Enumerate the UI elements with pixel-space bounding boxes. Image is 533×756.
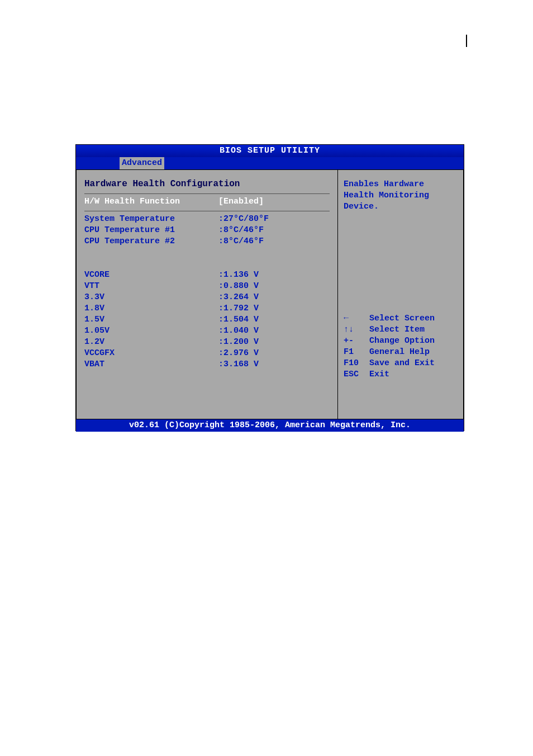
readout-label: VTT <box>84 281 218 292</box>
1v2-row: 1.2V :1.200 V <box>84 337 330 348</box>
divider <box>84 193 330 194</box>
readout-value: :8°C/46°F <box>218 236 330 247</box>
updown-arrow-icon: ↑↓ <box>344 324 369 336</box>
f10-key: F10 <box>344 358 369 369</box>
vcore-row: VCORE :1.136 V <box>84 270 330 281</box>
readout-value: :3.264 V <box>218 292 330 303</box>
nav-select-item: ↑↓ Select Item <box>344 324 458 336</box>
1v05-row: 1.05V :1.040 V <box>84 325 330 337</box>
vccgfx-row: VCCGFX :2.976 V <box>84 348 330 359</box>
text-cursor <box>466 35 467 47</box>
nav-action: Select Screen <box>369 313 435 324</box>
readout-value: :0.880 V <box>218 281 330 292</box>
readout-value: :1.136 V <box>218 270 330 281</box>
readout-label: CPU Temperature #1 <box>84 225 218 236</box>
help-line: Health Monitoring <box>344 190 458 201</box>
divider <box>84 211 330 211</box>
vtt-row: VTT :0.880 V <box>84 281 330 292</box>
setting-label: H/W Health Function <box>84 196 218 207</box>
nav-action: Select Item <box>369 324 425 336</box>
nav-action: Change Option <box>369 336 435 347</box>
1v5-row: 1.5V :1.504 V <box>84 314 330 325</box>
bios-setup-window: BIOS SETUP UTILITY Advanced Hardware Hea… <box>75 144 464 431</box>
readout-value: :27°C/80°F <box>218 214 330 225</box>
cpu-temperature-1-row: CPU Temperature #1 :8°C/46°F <box>84 225 330 236</box>
content-area: Hardware Health Configuration H/W Health… <box>76 169 464 419</box>
readout-label: 1.8V <box>84 303 218 314</box>
3v3-row: 3.3V :3.264 V <box>84 292 330 303</box>
tab-advanced[interactable]: Advanced <box>120 157 164 169</box>
1v8-row: 1.8V :1.792 V <box>84 303 330 314</box>
readout-value: :1.792 V <box>218 303 330 314</box>
readout-label: VBAT <box>84 359 218 370</box>
navigation-help: ← Select Screen ↑↓ Select Item +- Change… <box>344 313 458 380</box>
nav-action: Exit <box>369 369 389 380</box>
readout-label: 1.2V <box>84 337 218 348</box>
vbat-row: VBAT :3.168 V <box>84 359 330 370</box>
readout-label: CPU Temperature #2 <box>84 236 218 247</box>
nav-action: General Help <box>369 347 430 358</box>
nav-general-help: F1 General Help <box>344 347 458 358</box>
nav-select-screen: ← Select Screen <box>344 313 458 324</box>
nav-change-option: +- Change Option <box>344 336 458 347</box>
window-title: BIOS SETUP UTILITY <box>76 145 464 157</box>
setting-value[interactable]: [Enabled] <box>218 196 330 207</box>
readout-value: :2.976 V <box>218 348 330 359</box>
plus-minus-icon: +- <box>344 336 369 347</box>
readout-value: :1.504 V <box>218 314 330 325</box>
readout-label: 3.3V <box>84 292 218 303</box>
readout-value: :3.168 V <box>218 359 330 370</box>
cpu-temperature-2-row: CPU Temperature #2 :8°C/46°F <box>84 236 330 247</box>
tab-bar: Advanced <box>76 157 464 169</box>
help-text: Enables Hardware Health Monitoring Devic… <box>344 179 458 212</box>
nav-exit: ESC Exit <box>344 369 458 380</box>
help-line: Enables Hardware <box>344 179 458 190</box>
section-title: Hardware Health Configuration <box>84 179 330 189</box>
nav-action: Save and Exit <box>369 358 435 369</box>
spacer <box>84 247 330 270</box>
readout-label: System Temperature <box>84 214 218 225</box>
f1-key: F1 <box>344 347 369 358</box>
help-panel: Enables Hardware Health Monitoring Devic… <box>337 169 464 419</box>
readout-value: :1.040 V <box>218 325 330 337</box>
readout-label: VCCGFX <box>84 348 218 359</box>
readout-label: VCORE <box>84 270 218 281</box>
main-panel: Hardware Health Configuration H/W Health… <box>76 169 337 419</box>
left-arrow-icon: ← <box>344 313 369 324</box>
readout-label: 1.05V <box>84 325 218 337</box>
readout-label: 1.5V <box>84 314 218 325</box>
hw-health-function-row[interactable]: H/W Health Function [Enabled] <box>84 196 330 207</box>
esc-key: ESC <box>344 369 369 380</box>
nav-save-exit: F10 Save and Exit <box>344 358 458 369</box>
readout-value: :8°C/46°F <box>218 225 330 236</box>
help-line: Device. <box>344 201 458 212</box>
footer-copyright: v02.61 (C)Copyright 1985-2006, American … <box>76 419 464 432</box>
system-temperature-row: System Temperature :27°C/80°F <box>84 214 330 225</box>
readout-value: :1.200 V <box>218 337 330 348</box>
